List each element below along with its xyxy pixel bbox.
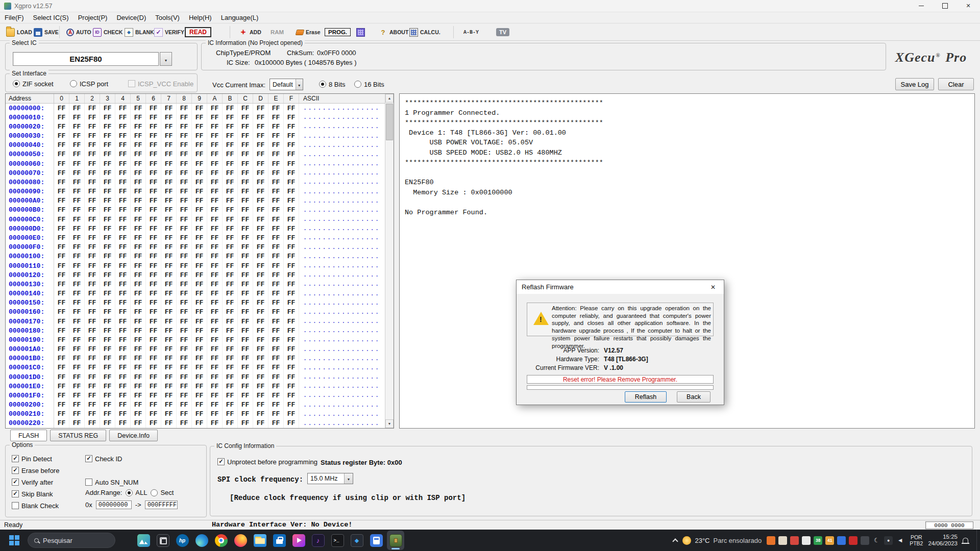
hex-byte-cell[interactable]: FF xyxy=(192,224,207,233)
check-button[interactable]: CHECK xyxy=(92,23,124,41)
hex-byte-cell[interactable]: FF xyxy=(177,168,192,178)
hex-byte-cell[interactable]: FF xyxy=(238,372,253,382)
hex-byte-cell[interactable]: FF xyxy=(161,419,177,428)
hex-byte-cell[interactable]: FF xyxy=(268,215,284,224)
tray-badge-amber[interactable]: 41 xyxy=(825,536,834,545)
vcc-current-dropdown[interactable]: Default xyxy=(270,79,303,90)
hex-byte-cell[interactable]: FF xyxy=(238,113,253,122)
hex-byte-cell[interactable]: FF xyxy=(146,391,161,400)
hex-byte-cell[interactable]: FF xyxy=(253,168,268,178)
hex-byte-cell[interactable]: FF xyxy=(192,261,207,270)
hex-byte-cell[interactable]: FF xyxy=(161,382,177,391)
hex-byte-cell[interactable]: FF xyxy=(192,206,207,215)
hex-byte-cell[interactable]: FF xyxy=(69,335,85,344)
hex-byte-cell[interactable]: FF xyxy=(284,410,299,419)
hex-byte-cell[interactable]: FF xyxy=(161,215,177,224)
hex-byte-cell[interactable]: FF xyxy=(115,187,131,196)
hex-byte-cell[interactable]: FF xyxy=(131,289,146,298)
hex-byte-cell[interactable]: FF xyxy=(207,326,223,335)
hex-byte-cell[interactable]: FF xyxy=(146,206,161,215)
clear-button[interactable]: Clear xyxy=(938,78,974,90)
hex-byte-cell[interactable]: FF xyxy=(223,298,238,308)
hex-byte-cell[interactable]: FF xyxy=(85,391,100,400)
hex-byte-cell[interactable]: FF xyxy=(207,113,223,122)
hex-byte-cell[interactable]: FF xyxy=(69,419,85,428)
taskbar-app-dev-app[interactable] xyxy=(348,531,365,550)
hex-byte-cell[interactable]: FF xyxy=(268,113,284,122)
hex-byte-cell[interactable]: FF xyxy=(177,206,192,215)
hex-byte-cell[interactable]: FF xyxy=(192,233,207,242)
taskbar-app-edge[interactable] xyxy=(193,531,210,550)
hex-byte-cell[interactable]: FF xyxy=(223,410,238,419)
hex-byte-cell[interactable]: FF xyxy=(161,270,177,280)
hex-byte-cell[interactable]: FF xyxy=(85,354,100,363)
hex-byte-cell[interactable]: FF xyxy=(284,196,299,206)
hex-byte-cell[interactable]: FF xyxy=(253,261,268,270)
hex-byte-cell[interactable]: FF xyxy=(268,280,284,289)
hex-byte-cell[interactable]: FF xyxy=(223,122,238,131)
ic-combo[interactable]: EN25F80 xyxy=(13,52,159,66)
hex-byte-cell[interactable]: FF xyxy=(146,196,161,206)
hex-byte-cell[interactable]: FF xyxy=(177,289,192,298)
hex-byte-cell[interactable]: FF xyxy=(85,206,100,215)
hex-byte-cell[interactable]: FF xyxy=(131,270,146,280)
hex-byte-cell[interactable]: FF xyxy=(69,132,85,141)
tray-icon-speaker[interactable]: ◄ xyxy=(896,536,904,545)
hex-byte-cell[interactable]: FF xyxy=(54,410,69,419)
hex-byte-cell[interactable]: FF xyxy=(284,252,299,261)
hex-byte-cell[interactable]: FF xyxy=(268,391,284,400)
hex-byte-cell[interactable]: FF xyxy=(253,150,268,159)
hex-byte-cell[interactable]: FF xyxy=(115,354,131,363)
hex-byte-cell[interactable]: FF xyxy=(146,363,161,372)
hex-byte-cell[interactable]: FF xyxy=(146,141,161,150)
hex-byte-cell[interactable]: FF xyxy=(192,187,207,196)
hex-byte-cell[interactable]: FF xyxy=(85,141,100,150)
hex-byte-cell[interactable]: FF xyxy=(115,372,131,382)
hex-byte-cell[interactable]: FF xyxy=(223,132,238,141)
hex-byte-cell[interactable]: FF xyxy=(253,187,268,196)
hex-byte-cell[interactable]: FF xyxy=(146,252,161,261)
hex-byte-cell[interactable]: FF xyxy=(100,308,115,317)
hex-byte-cell[interactable]: FF xyxy=(85,224,100,233)
hex-byte-cell[interactable]: FF xyxy=(238,215,253,224)
hex-byte-cell[interactable]: FF xyxy=(100,382,115,391)
hex-byte-cell[interactable]: FF xyxy=(223,391,238,400)
hex-byte-cell[interactable]: FF xyxy=(284,372,299,382)
hex-byte-cell[interactable]: FF xyxy=(192,308,207,317)
hex-byte-cell[interactable]: FF xyxy=(100,363,115,372)
save-button[interactable]: SAVE xyxy=(33,23,60,41)
hex-byte-cell[interactable]: FF xyxy=(268,298,284,308)
hex-byte-cell[interactable]: FF xyxy=(146,233,161,242)
hex-byte-cell[interactable]: FF xyxy=(253,317,268,326)
hex-byte-cell[interactable]: FF xyxy=(268,187,284,196)
hex-byte-cell[interactable]: FF xyxy=(69,224,85,233)
hex-byte-cell[interactable]: FF xyxy=(223,233,238,242)
hex-byte-cell[interactable]: FF xyxy=(100,233,115,242)
hex-byte-cell[interactable]: FF xyxy=(115,382,131,391)
hex-byte-cell[interactable]: FF xyxy=(284,317,299,326)
hex-byte-cell[interactable]: FF xyxy=(85,122,100,131)
hex-byte-cell[interactable]: FF xyxy=(207,206,223,215)
hex-byte-cell[interactable]: FF xyxy=(253,308,268,317)
verify-button[interactable]: VERIFY xyxy=(153,23,185,41)
hex-byte-cell[interactable]: FF xyxy=(253,113,268,122)
hex-byte-cell[interactable]: FF xyxy=(115,270,131,280)
menu-item-device-d[interactable]: Device(D) xyxy=(112,12,151,23)
hex-byte-cell[interactable]: FF xyxy=(161,122,177,131)
hex-byte-cell[interactable]: FF xyxy=(177,419,192,428)
hex-byte-cell[interactable]: FF xyxy=(268,141,284,150)
hex-byte-cell[interactable]: FF xyxy=(268,159,284,168)
hex-byte-cell[interactable]: FF xyxy=(131,382,146,391)
hex-byte-cell[interactable]: FF xyxy=(146,150,161,159)
tray-expand-chevron-icon[interactable] xyxy=(673,538,678,544)
hex-byte-cell[interactable]: FF xyxy=(238,196,253,206)
radio-16-bits[interactable]: 16 Bits xyxy=(354,80,384,88)
hex-byte-cell[interactable]: FF xyxy=(268,382,284,391)
hex-byte-cell[interactable]: FF xyxy=(131,261,146,270)
hex-byte-cell[interactable]: FF xyxy=(253,391,268,400)
hex-byte-cell[interactable]: FF xyxy=(207,168,223,178)
taskbar-app-task-view[interactable] xyxy=(154,531,172,550)
hex-byte-cell[interactable]: FF xyxy=(223,178,238,187)
hex-byte-cell[interactable]: FF xyxy=(161,159,177,168)
hex-byte-cell[interactable]: FF xyxy=(146,224,161,233)
